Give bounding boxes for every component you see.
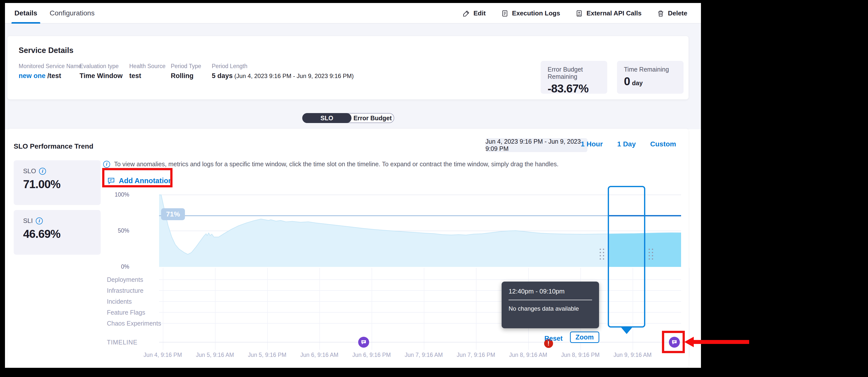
edit-label: Edit — [473, 9, 486, 17]
tab-configurations[interactable]: Configurations — [47, 3, 98, 23]
annotation-marker-icon[interactable] — [358, 337, 369, 348]
x-axis-tick: Jun 4, 9:16 PM — [144, 352, 182, 358]
selection-pointer-icon — [621, 327, 632, 334]
info-banner: i To view anomalies, metrics and logs fo… — [103, 161, 559, 168]
add-annotation-button[interactable]: Add Annotation — [107, 177, 173, 185]
red-arrow-icon — [684, 337, 694, 347]
row-label-incidents: Incidents — [107, 298, 132, 305]
selection-right-drag-handle[interactable] — [649, 249, 653, 260]
toggle-slo[interactable]: SLO — [302, 113, 351, 123]
x-axis-tick: Jun 8, 9:16 PM — [561, 352, 599, 358]
timeline-label: TIMELINE — [107, 339, 137, 346]
info-icon[interactable]: i — [36, 217, 43, 224]
sli-metric-card: SLIi 46.69% — [14, 210, 101, 255]
row-label-chaos-experiments: Chaos Experiments — [107, 320, 161, 327]
field-value: Rolling — [171, 72, 201, 80]
field-monitored-service: Monitored Service Name new one /test — [19, 63, 82, 80]
vertical-gridline — [267, 268, 268, 350]
field-label: Monitored Service Name — [19, 63, 82, 70]
red-arrow-shaft — [693, 340, 749, 344]
info-icon[interactable]: i — [39, 168, 46, 175]
y-axis-tick-100: 100% — [107, 191, 129, 198]
range-link-1hour[interactable]: 1 Hour — [581, 140, 603, 148]
timeline-axis-line — [159, 342, 689, 342]
row-separator — [159, 323, 681, 323]
api-document-icon: API — [576, 10, 583, 17]
field-label: Evaluation type — [80, 63, 123, 70]
annotation-bubble-glyph — [361, 339, 367, 345]
field-value: test — [129, 72, 165, 80]
tab-bar: Details Configurations Edit Execution Lo… — [5, 3, 701, 24]
time-window-selection[interactable] — [608, 186, 645, 327]
zoom-button[interactable]: Zoom — [570, 332, 599, 343]
stat-value: -83.67% — [548, 82, 600, 95]
field-period-length: Period Length 5 days (Jun 4, 2023 9:16 P… — [212, 63, 354, 80]
x-axis-tick: Jun 6, 9:16 PM — [352, 352, 391, 358]
stat-value: 0 — [624, 75, 630, 88]
slo-value: 71.00% — [23, 178, 91, 191]
sli-value: 46.69% — [23, 227, 91, 241]
delete-button[interactable]: Delete — [657, 9, 687, 17]
service-details-title: Service Details — [19, 46, 73, 55]
field-label: Period Length — [212, 63, 354, 70]
vertical-gridline — [476, 268, 476, 350]
svg-text:API: API — [578, 14, 581, 16]
vertical-gridline — [163, 268, 163, 350]
x-axis-tick: Jun 7, 9:16 PM — [457, 352, 495, 358]
x-axis-tick: Jun 7, 9:16 AM — [405, 352, 443, 358]
app-window: Details Configurations Edit Execution Lo… — [5, 3, 701, 368]
field-period-type: Period Type Rolling — [171, 63, 201, 80]
selection-left-drag-handle[interactable] — [600, 249, 604, 260]
annotation-marker-icon[interactable] — [669, 337, 680, 348]
tooltip-divider — [508, 300, 592, 300]
date-range-pill[interactable]: Jun 4, 2023 9:16 PM - Jun 9, 2023 9:09 P… — [486, 138, 587, 152]
row-separator — [159, 301, 681, 302]
field-value: Time Window — [80, 72, 123, 80]
annotation-bubble-icon — [107, 177, 115, 185]
x-axis-tick: Jun 8, 9:16 AM — [509, 352, 547, 358]
field-label: Period Type — [171, 63, 201, 70]
add-annotation-label: Add Annotation — [119, 177, 173, 185]
error-budget-remaining-card: Error Budget Remaining -83.67% — [540, 61, 607, 94]
execution-logs-label: Execution Logs — [512, 9, 560, 17]
stat-unit: day — [632, 80, 643, 87]
toggle-error-budget[interactable]: Error Budget — [351, 114, 394, 123]
delete-label: Delete — [668, 9, 687, 17]
slo-errorbudget-toggle[interactable]: SLO Error Budget — [302, 113, 394, 123]
tab-details[interactable]: Details — [11, 3, 40, 23]
x-axis-tick: Jun 5, 9:16 PM — [248, 352, 286, 358]
document-icon — [501, 10, 508, 17]
field-health-source: Health Source test — [129, 63, 165, 80]
monitored-service-link[interactable]: new one — [19, 72, 45, 80]
trend-title: SLO Performance Trend — [14, 143, 93, 150]
slo-label: SLO — [23, 167, 36, 175]
time-remaining-card: Time Remaining 0day — [617, 61, 684, 94]
tab-configurations-label: Configurations — [50, 9, 95, 17]
trash-icon — [657, 10, 664, 17]
field-evaluation-type: Evaluation type Time Window — [80, 63, 123, 80]
vertical-gridline — [424, 268, 424, 350]
pencil-icon — [463, 10, 470, 17]
range-link-1day[interactable]: 1 Day — [617, 140, 636, 148]
stat-label: Time Remaining — [624, 66, 677, 73]
external-api-calls-button[interactable]: API External API Calls — [576, 9, 642, 17]
slo-performance-trend-card: SLO Performance Trend Jun 4, 2023 9:16 P… — [7, 129, 688, 368]
x-axis-tick: Jun 5, 9:16 AM — [196, 352, 234, 358]
edit-button[interactable]: Edit — [463, 9, 486, 17]
reset-button[interactable]: Reset — [545, 335, 563, 342]
vertical-gridline — [215, 268, 216, 350]
range-link-custom[interactable]: Custom — [650, 140, 676, 148]
row-separator — [159, 279, 681, 280]
execution-logs-button[interactable]: Execution Logs — [501, 9, 560, 17]
y-axis-tick-0: 0% — [107, 263, 129, 270]
row-separator — [159, 290, 681, 291]
period-length-range: (Jun 4, 2023 9:16 PM - Jun 9, 2023 9:16 … — [232, 72, 354, 79]
stat-label: Error Budget Remaining — [548, 66, 600, 80]
field-label: Health Source — [129, 63, 165, 70]
period-length-days: 5 days — [212, 72, 232, 80]
info-text: To view anomalies, metrics and logs for … — [114, 161, 559, 168]
sli-label: SLI — [23, 217, 33, 225]
annotation-bubble-glyph — [671, 339, 677, 345]
tab-details-label: Details — [14, 9, 37, 17]
timeslot-tooltip: 12:40pm - 09:10pm No changes data availa… — [502, 282, 599, 328]
